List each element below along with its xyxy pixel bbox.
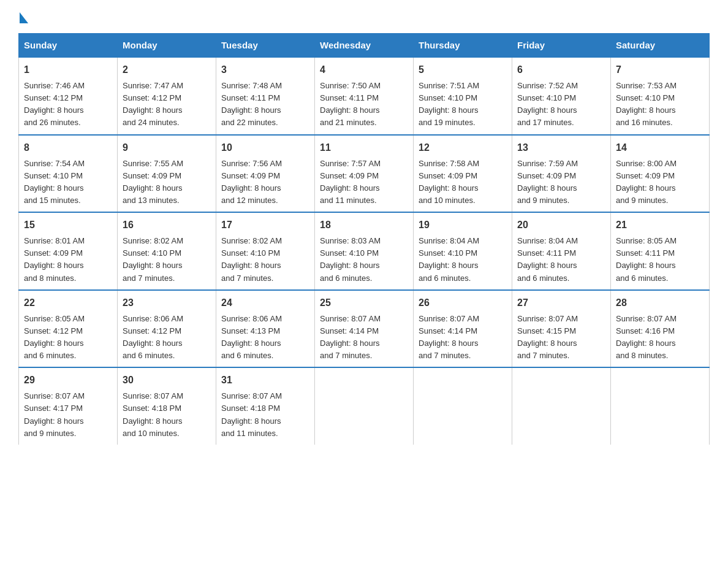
day-info: Sunrise: 8:05 AMSunset: 4:11 PMDaylight:… <box>616 235 704 285</box>
calendar-cell: 30Sunrise: 8:07 AMSunset: 4:18 PMDayligh… <box>118 367 216 445</box>
day-number: 5 <box>419 63 507 77</box>
day-info: Sunrise: 8:04 AMSunset: 4:11 PMDaylight:… <box>517 235 605 285</box>
header-thursday: Thursday <box>414 34 512 58</box>
calendar-cell: 17Sunrise: 8:02 AMSunset: 4:10 PMDayligh… <box>216 212 315 290</box>
header-monday: Monday <box>118 34 216 58</box>
day-number: 17 <box>221 218 309 232</box>
calendar-week-2: 8Sunrise: 7:54 AMSunset: 4:10 PMDaylight… <box>19 135 710 213</box>
calendar-cell: 5Sunrise: 7:51 AMSunset: 4:10 PMDaylight… <box>414 57 512 135</box>
calendar-cell <box>611 367 710 445</box>
calendar-cell <box>414 367 512 445</box>
day-info: Sunrise: 8:06 AMSunset: 4:13 PMDaylight:… <box>221 313 309 362</box>
calendar-header-row: SundayMondayTuesdayWednesdayThursdayFrid… <box>19 34 710 58</box>
day-info: Sunrise: 7:58 AMSunset: 4:09 PMDaylight:… <box>419 158 507 207</box>
calendar-week-5: 29Sunrise: 8:07 AMSunset: 4:17 PMDayligh… <box>19 367 710 445</box>
day-info: Sunrise: 7:51 AMSunset: 4:10 PMDaylight:… <box>419 80 507 129</box>
calendar-cell: 24Sunrise: 8:06 AMSunset: 4:13 PMDayligh… <box>216 290 315 368</box>
day-info: Sunrise: 7:56 AMSunset: 4:09 PMDaylight:… <box>221 158 309 207</box>
day-info: Sunrise: 7:52 AMSunset: 4:10 PMDaylight:… <box>517 80 605 129</box>
day-number: 28 <box>616 296 704 310</box>
calendar-cell: 11Sunrise: 7:57 AMSunset: 4:09 PMDayligh… <box>315 135 414 213</box>
day-info: Sunrise: 7:46 AMSunset: 4:12 PMDaylight:… <box>24 80 112 129</box>
page-header <box>18 12 710 21</box>
day-number: 8 <box>24 140 112 155</box>
day-number: 6 <box>517 63 605 77</box>
day-number: 10 <box>221 140 309 155</box>
day-number: 22 <box>24 296 112 310</box>
day-info: Sunrise: 7:53 AMSunset: 4:10 PMDaylight:… <box>616 80 704 129</box>
day-info: Sunrise: 8:07 AMSunset: 4:16 PMDaylight:… <box>616 313 704 362</box>
calendar-cell: 21Sunrise: 8:05 AMSunset: 4:11 PMDayligh… <box>611 212 710 290</box>
day-number: 7 <box>616 63 704 77</box>
header-sunday: Sunday <box>19 34 118 58</box>
day-info: Sunrise: 7:54 AMSunset: 4:10 PMDaylight:… <box>24 158 112 207</box>
header-wednesday: Wednesday <box>315 34 414 58</box>
day-number: 16 <box>123 218 211 232</box>
day-info: Sunrise: 8:07 AMSunset: 4:18 PMDaylight:… <box>123 390 211 440</box>
calendar-cell <box>315 367 414 445</box>
day-number: 3 <box>221 63 309 77</box>
day-number: 29 <box>24 373 112 388</box>
calendar-week-1: 1Sunrise: 7:46 AMSunset: 4:12 PMDaylight… <box>19 57 710 135</box>
day-number: 24 <box>221 296 309 310</box>
day-info: Sunrise: 8:07 AMSunset: 4:14 PMDaylight:… <box>419 313 507 362</box>
day-number: 20 <box>517 218 605 232</box>
calendar-cell: 12Sunrise: 7:58 AMSunset: 4:09 PMDayligh… <box>414 135 512 213</box>
calendar-cell: 13Sunrise: 7:59 AMSunset: 4:09 PMDayligh… <box>512 135 611 213</box>
calendar-cell: 31Sunrise: 8:07 AMSunset: 4:18 PMDayligh… <box>216 367 315 445</box>
day-info: Sunrise: 8:06 AMSunset: 4:12 PMDaylight:… <box>123 313 211 362</box>
calendar-cell: 3Sunrise: 7:48 AMSunset: 4:11 PMDaylight… <box>216 57 315 135</box>
calendar-cell: 22Sunrise: 8:05 AMSunset: 4:12 PMDayligh… <box>19 290 118 368</box>
day-number: 2 <box>123 63 211 77</box>
day-number: 15 <box>24 218 112 232</box>
day-info: Sunrise: 8:07 AMSunset: 4:17 PMDaylight:… <box>24 390 112 440</box>
day-number: 23 <box>123 296 211 310</box>
calendar-week-4: 22Sunrise: 8:05 AMSunset: 4:12 PMDayligh… <box>19 290 710 368</box>
logo <box>18 12 28 21</box>
day-number: 31 <box>221 373 309 388</box>
day-info: Sunrise: 8:07 AMSunset: 4:18 PMDaylight:… <box>221 390 309 440</box>
calendar-cell: 14Sunrise: 8:00 AMSunset: 4:09 PMDayligh… <box>611 135 710 213</box>
calendar-cell: 20Sunrise: 8:04 AMSunset: 4:11 PMDayligh… <box>512 212 611 290</box>
calendar-cell: 16Sunrise: 8:02 AMSunset: 4:10 PMDayligh… <box>118 212 216 290</box>
calendar-cell: 1Sunrise: 7:46 AMSunset: 4:12 PMDaylight… <box>19 57 118 135</box>
header-friday: Friday <box>512 34 611 58</box>
day-number: 4 <box>320 63 408 77</box>
day-number: 26 <box>419 296 507 310</box>
calendar-cell: 9Sunrise: 7:55 AMSunset: 4:09 PMDaylight… <box>118 135 216 213</box>
day-number: 25 <box>320 296 408 310</box>
day-info: Sunrise: 8:07 AMSunset: 4:14 PMDaylight:… <box>320 313 408 362</box>
day-info: Sunrise: 7:48 AMSunset: 4:11 PMDaylight:… <box>221 80 309 129</box>
calendar-cell: 10Sunrise: 7:56 AMSunset: 4:09 PMDayligh… <box>216 135 315 213</box>
day-number: 12 <box>419 140 507 155</box>
day-info: Sunrise: 7:55 AMSunset: 4:09 PMDaylight:… <box>123 158 211 207</box>
calendar-cell: 26Sunrise: 8:07 AMSunset: 4:14 PMDayligh… <box>414 290 512 368</box>
calendar-cell: 7Sunrise: 7:53 AMSunset: 4:10 PMDaylight… <box>611 57 710 135</box>
day-info: Sunrise: 8:02 AMSunset: 4:10 PMDaylight:… <box>221 235 309 285</box>
calendar-cell: 29Sunrise: 8:07 AMSunset: 4:17 PMDayligh… <box>19 367 118 445</box>
header-tuesday: Tuesday <box>216 34 315 58</box>
calendar-cell: 27Sunrise: 8:07 AMSunset: 4:15 PMDayligh… <box>512 290 611 368</box>
calendar-cell: 25Sunrise: 8:07 AMSunset: 4:14 PMDayligh… <box>315 290 414 368</box>
day-info: Sunrise: 8:05 AMSunset: 4:12 PMDaylight:… <box>24 313 112 362</box>
day-number: 9 <box>123 140 211 155</box>
calendar-cell: 28Sunrise: 8:07 AMSunset: 4:16 PMDayligh… <box>611 290 710 368</box>
day-number: 14 <box>616 140 704 155</box>
day-info: Sunrise: 7:50 AMSunset: 4:11 PMDaylight:… <box>320 80 408 129</box>
day-info: Sunrise: 8:02 AMSunset: 4:10 PMDaylight:… <box>123 235 211 285</box>
header-saturday: Saturday <box>611 34 710 58</box>
calendar-cell: 15Sunrise: 8:01 AMSunset: 4:09 PMDayligh… <box>19 212 118 290</box>
day-info: Sunrise: 8:04 AMSunset: 4:10 PMDaylight:… <box>419 235 507 285</box>
day-info: Sunrise: 8:07 AMSunset: 4:15 PMDaylight:… <box>517 313 605 362</box>
calendar-cell <box>512 367 611 445</box>
day-number: 1 <box>24 63 112 77</box>
day-number: 18 <box>320 218 408 232</box>
calendar-week-3: 15Sunrise: 8:01 AMSunset: 4:09 PMDayligh… <box>19 212 710 290</box>
calendar-cell: 2Sunrise: 7:47 AMSunset: 4:12 PMDaylight… <box>118 57 216 135</box>
day-number: 30 <box>123 373 211 388</box>
calendar-cell: 6Sunrise: 7:52 AMSunset: 4:10 PMDaylight… <box>512 57 611 135</box>
calendar-table: SundayMondayTuesdayWednesdayThursdayFrid… <box>18 33 710 445</box>
calendar-cell: 19Sunrise: 8:04 AMSunset: 4:10 PMDayligh… <box>414 212 512 290</box>
day-number: 19 <box>419 218 507 232</box>
day-info: Sunrise: 8:01 AMSunset: 4:09 PMDaylight:… <box>24 235 112 285</box>
